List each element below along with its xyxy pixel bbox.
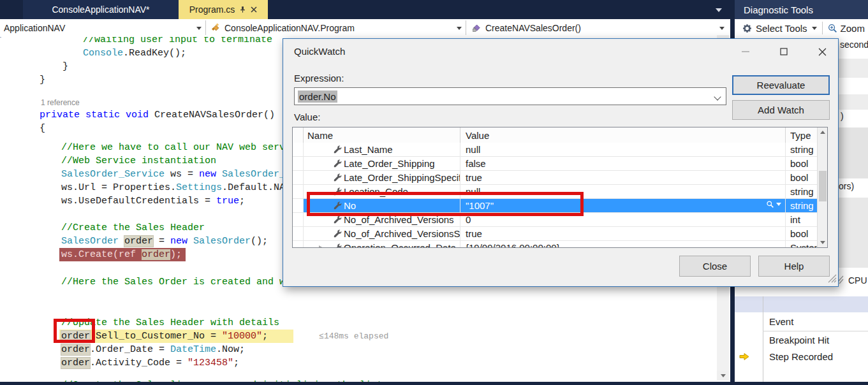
chevron-down-icon[interactable] xyxy=(457,27,462,30)
toolbar-separator xyxy=(822,22,823,34)
code-line: ws.Url = Properties.Settings.Default.NAV xyxy=(61,181,291,194)
row-gutter xyxy=(293,143,304,156)
breadcrumb-member-dropdown[interactable]: CreateNAVSalesOrder() xyxy=(472,19,581,36)
breadcrumb-separator xyxy=(466,20,466,35)
annotation-box-order-token xyxy=(54,319,95,343)
watch-row[interactable]: Late_Order_Shippingfalsebool xyxy=(293,157,817,171)
help-button[interactable]: Help xyxy=(758,256,830,277)
row-type-cell: int xyxy=(786,213,817,226)
breadcrumb-type-dropdown[interactable]: ConsoleApplicationNAV.Program xyxy=(211,19,355,36)
close-tab-icon[interactable] xyxy=(251,6,257,13)
diagnostic-tools-title: Diagnostic Tools xyxy=(744,4,813,15)
cpu-label: CPU xyxy=(848,275,867,286)
tab-program-cs[interactable]: Program.cs xyxy=(179,0,268,19)
column-header-type[interactable]: Type xyxy=(786,127,818,143)
watch-table-header: Name Value Type xyxy=(293,127,827,143)
timeline-band xyxy=(835,94,868,110)
close-button[interactable]: Close xyxy=(679,256,751,277)
add-watch-button[interactable]: Add Watch xyxy=(732,100,830,120)
code-line: private static void CreateNAVSalesOrder(… xyxy=(40,108,275,122)
row-gutter xyxy=(293,227,304,240)
vs-window: ConsoleApplicationNAV* Program.cs Diagno… xyxy=(0,0,868,385)
scrollbar-thumb[interactable] xyxy=(819,171,827,201)
code-line: { xyxy=(40,122,45,135)
row-gutter xyxy=(293,213,304,226)
code-line: //Create the Sales Header xyxy=(61,221,205,235)
code-line: Console.ReadKey(); xyxy=(83,47,186,60)
events-column-divider xyxy=(763,296,763,382)
watch-table: Name Value Type Last_NamenullstringLate_… xyxy=(292,127,828,248)
pin-icon[interactable] xyxy=(239,6,246,13)
scroll-down-button[interactable] xyxy=(818,238,828,247)
chevron-down-icon[interactable] xyxy=(719,27,725,30)
row-gutter xyxy=(293,199,304,212)
editor-scrollbar[interactable] xyxy=(717,287,729,370)
breadcrumb: ApplicationNAV ConsoleApplicationNAV.Pro… xyxy=(0,19,730,38)
column-header-value[interactable]: Value xyxy=(460,127,786,143)
chevron-down-icon[interactable] xyxy=(714,93,721,100)
select-tools-button[interactable]: Select Tools xyxy=(756,23,807,34)
scroll-down-button[interactable] xyxy=(717,370,729,381)
breadcrumb-type-label: ConsoleApplicationNAV.Program xyxy=(224,23,355,33)
property-wrench-icon xyxy=(332,229,344,238)
breadcrumb-member-label: CreateNAVSalesOrder() xyxy=(485,23,581,33)
code-line: //Here the Sales Order is created and we xyxy=(61,275,291,289)
class-icon xyxy=(211,23,221,33)
property-wrench-icon xyxy=(332,145,344,154)
magnifier-icon[interactable] xyxy=(766,200,781,208)
close-window-icon[interactable] xyxy=(811,44,833,59)
code-line: } xyxy=(40,73,45,87)
row-name-cell: Operation_Occurred_Date xyxy=(304,241,460,248)
code-line: order.Sell_to_Customer_No = "10000";≤148… xyxy=(61,330,388,343)
tab-label: ConsoleApplicationNAV* xyxy=(52,4,149,15)
maximize-button[interactable] xyxy=(773,44,795,59)
zoom-button[interactable]: Zoom xyxy=(841,23,865,34)
step-arrow-icon xyxy=(739,352,749,361)
minimize-button[interactable] xyxy=(735,44,756,59)
code-line: //Here we have to call our NAV web servi… xyxy=(61,141,302,154)
row-type-cell: string xyxy=(786,185,817,198)
timeline-band xyxy=(835,127,868,178)
tab-consoleapplicationnav[interactable]: ConsoleApplicationNAV* xyxy=(23,0,179,19)
resize-grip[interactable] xyxy=(828,274,837,285)
watch-row[interactable]: Operation_Occurred_Date{19/09/2016 00:00… xyxy=(293,241,817,248)
chevron-down-icon[interactable] xyxy=(196,27,202,30)
row-type-cell: System.D xyxy=(786,241,817,248)
value-label: Value: xyxy=(294,112,320,122)
tab-label: Program.cs xyxy=(189,4,235,15)
reevaluate-button[interactable]: Reevaluate xyxy=(732,75,830,95)
window-bottom-border xyxy=(0,382,868,385)
property-wrench-icon xyxy=(332,159,344,168)
chevron-down-icon[interactable] xyxy=(812,27,817,30)
timeline-band xyxy=(835,59,868,78)
event-row-breakpoint-hit[interactable]: Breakpoint Hit xyxy=(769,335,829,345)
diagnostic-tools-header: Diagnostic Tools xyxy=(735,0,868,19)
row-name-cell: Last_Name xyxy=(304,143,460,156)
cpu-chart-label-fragment: ors) xyxy=(839,181,854,191)
row-type-cell: string xyxy=(786,143,817,156)
timeline-band xyxy=(835,198,868,268)
header-gutter xyxy=(293,127,304,143)
expression-label: Expression: xyxy=(294,73,344,84)
expression-input[interactable]: order.No xyxy=(294,87,726,105)
code-line: } xyxy=(63,60,68,73)
row-type-cell: string xyxy=(786,199,817,212)
expander-icon[interactable] xyxy=(319,245,332,249)
tab-overflow-icon[interactable] xyxy=(716,8,722,12)
row-value-cell: null xyxy=(460,143,786,156)
watch-row[interactable]: Last_Namenullstring xyxy=(293,143,817,157)
watch-row[interactable]: Late_Order_ShippingSpecifitruebool xyxy=(293,171,817,185)
row-name-cell: Late_Order_Shipping xyxy=(304,157,460,170)
breadcrumb-project-label: ApplicationNAV xyxy=(4,23,65,33)
event-row-step-recorded[interactable]: Step Recorded xyxy=(769,351,833,362)
code-line: order.Activity_Code = "123458"; xyxy=(61,356,239,370)
row-value-cell: true xyxy=(460,171,786,184)
breadcrumb-project-dropdown[interactable]: ApplicationNAV xyxy=(4,19,65,36)
row-gutter xyxy=(293,157,304,170)
scroll-up-button[interactable] xyxy=(818,127,828,137)
column-header-name[interactable]: Name xyxy=(304,127,460,143)
table-scrollbar[interactable] xyxy=(817,127,827,247)
expression-value: order.No xyxy=(298,91,337,103)
watch-row[interactable]: No_of_Archived_VersionsSptruebool xyxy=(293,227,817,241)
method-icon xyxy=(472,23,482,33)
